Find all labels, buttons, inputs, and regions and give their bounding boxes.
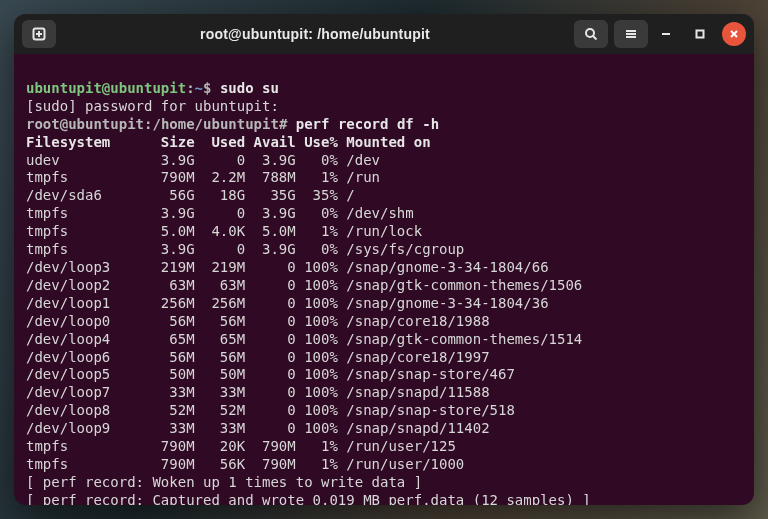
close-icon <box>729 29 739 39</box>
titlebar: root@ubuntupit: /home/ubuntupit <box>14 14 754 54</box>
maximize-icon <box>695 29 705 39</box>
command-text: sudo su <box>220 80 279 96</box>
window-title: root@ubuntupit: /home/ubuntupit <box>62 26 568 42</box>
search-button[interactable] <box>574 20 608 48</box>
prompt-path: /home/ubuntupit <box>152 116 278 132</box>
prompt-user: root@ubuntupit <box>26 116 144 132</box>
df-row: tmpfs 3.9G 0 3.9G 0% /dev/shm <box>26 205 414 221</box>
new-tab-button[interactable] <box>22 20 56 48</box>
df-row: /dev/sda6 56G 18G 35G 35% / <box>26 187 355 203</box>
terminal-window: root@ubuntupit: /home/ubuntupit ubuntupi… <box>14 14 754 505</box>
df-row: /dev/loop5 50M 50M 0 100% /snap/snap-sto… <box>26 366 515 382</box>
df-header: Filesystem Size Used Avail Use% Mounted … <box>26 134 431 150</box>
svg-point-3 <box>586 29 594 37</box>
svg-rect-9 <box>697 31 704 38</box>
prompt-user: ubuntupit@ubuntupit <box>26 80 186 96</box>
minimize-button[interactable] <box>654 22 678 46</box>
prompt-sigil: $ <box>203 80 211 96</box>
plus-in-square-icon <box>32 27 46 41</box>
svg-line-4 <box>593 36 597 40</box>
df-row: /dev/loop3 219M 219M 0 100% /snap/gnome-… <box>26 259 549 275</box>
df-row: /dev/loop2 63M 63M 0 100% /snap/gtk-comm… <box>26 277 582 293</box>
command-text: perf record df -h <box>296 116 439 132</box>
df-row: /dev/loop6 56M 56M 0 100% /snap/core18/1… <box>26 349 490 365</box>
output-line: [ perf record: Captured and wrote 0.019 … <box>26 492 591 505</box>
df-row: /dev/loop7 33M 33M 0 100% /snap/snapd/11… <box>26 384 490 400</box>
maximize-button[interactable] <box>688 22 712 46</box>
df-row: /dev/loop0 56M 56M 0 100% /snap/core18/1… <box>26 313 490 329</box>
search-icon <box>584 27 598 41</box>
df-row: tmpfs 790M 56K 790M 1% /run/user/1000 <box>26 456 464 472</box>
df-row: /dev/loop8 52M 52M 0 100% /snap/snap-sto… <box>26 402 515 418</box>
df-row: /dev/loop4 65M 65M 0 100% /snap/gtk-comm… <box>26 331 582 347</box>
output-line: [ perf record: Woken up 1 times to write… <box>26 474 422 490</box>
hamburger-menu-button[interactable] <box>614 20 648 48</box>
df-row: tmpfs 3.9G 0 3.9G 0% /sys/fs/cgroup <box>26 241 464 257</box>
terminal-body[interactable]: ubuntupit@ubuntupit:~$ sudo su [sudo] pa… <box>14 54 754 505</box>
window-controls <box>654 22 746 46</box>
df-row: udev 3.9G 0 3.9G 0% /dev <box>26 152 380 168</box>
minimize-icon <box>661 29 671 39</box>
df-row: /dev/loop9 33M 33M 0 100% /snap/snapd/11… <box>26 420 490 436</box>
df-row: /dev/loop1 256M 256M 0 100% /snap/gnome-… <box>26 295 549 311</box>
output-line: [sudo] password for ubuntupit: <box>26 98 279 114</box>
df-row: tmpfs 790M 20K 790M 1% /run/user/125 <box>26 438 456 454</box>
df-row: tmpfs 790M 2.2M 788M 1% /run <box>26 169 380 185</box>
close-button[interactable] <box>722 22 746 46</box>
prompt-path: ~ <box>195 80 203 96</box>
hamburger-icon <box>624 27 638 41</box>
prompt-sigil: # <box>279 116 287 132</box>
df-row: tmpfs 5.0M 4.0K 5.0M 1% /run/lock <box>26 223 422 239</box>
prompt-sep: : <box>186 80 194 96</box>
